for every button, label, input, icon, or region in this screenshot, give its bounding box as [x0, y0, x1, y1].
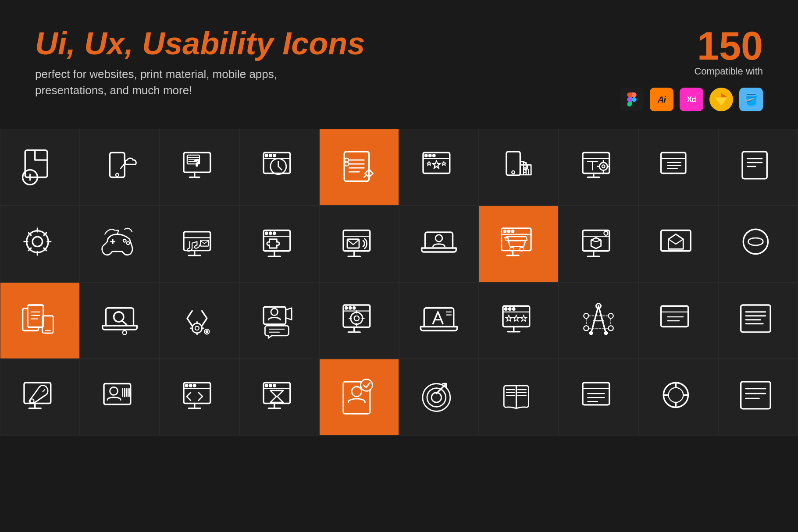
- icon-cell-r1c6: [399, 129, 479, 206]
- icon-cell-r2c6: [399, 206, 479, 282]
- sketch-icon: [709, 88, 733, 111]
- icon-cell-r2c1: [0, 206, 80, 282]
- icon-cell-r2c3: [160, 206, 239, 282]
- icon-cell-r1c4: [239, 129, 319, 206]
- svg-point-191: [110, 387, 118, 395]
- svg-point-49: [602, 165, 605, 168]
- figma-icon: [620, 88, 644, 111]
- svg-rect-40: [506, 152, 520, 175]
- icon-cell-r4c4: [239, 359, 319, 436]
- icon-cell-r3c3: [160, 282, 239, 359]
- icon-cell-r1c3: ?: [160, 129, 239, 206]
- svg-point-85: [269, 232, 272, 234]
- svg-rect-59: [742, 152, 767, 179]
- svg-point-75: [123, 239, 126, 242]
- svg-point-131: [206, 330, 208, 333]
- svg-point-84: [265, 232, 268, 234]
- svg-point-86: [273, 232, 276, 234]
- svg-point-171: [609, 326, 613, 330]
- compat-label: Compatible with: [694, 66, 763, 77]
- svg-point-167: [605, 331, 608, 334]
- icon-cell-r4c6: [399, 359, 479, 436]
- svg-marker-160: [513, 315, 520, 321]
- icon-cell-r2c2: [80, 206, 160, 282]
- svg-point-144: [354, 316, 359, 320]
- icon-cell-r4c7: [479, 359, 559, 436]
- svg-point-207: [269, 384, 272, 387]
- svg-point-41: [512, 170, 515, 174]
- icon-cell-r1c8: [559, 129, 638, 206]
- svg-point-200: [189, 384, 192, 387]
- icon-cell-r1c2: [80, 129, 160, 206]
- icon-cell-r4c5: [319, 359, 399, 436]
- subtitle: perfect for websites, print material, mo…: [35, 66, 365, 98]
- svg-point-18: [265, 154, 268, 157]
- svg-point-125: [195, 326, 199, 330]
- icon-cell-r1c1: [0, 129, 80, 206]
- icon-cell-r4c9: [638, 359, 718, 436]
- page-header: Ui, Ux, Usability Icons perfect for webs…: [0, 0, 798, 129]
- svg-point-7: [116, 173, 119, 176]
- svg-point-97: [504, 230, 506, 232]
- icon-cell-r3c6: [399, 282, 479, 359]
- svg-marker-39: [442, 161, 446, 165]
- svg-point-199: [185, 384, 188, 387]
- icon-cell-r2c4: [239, 206, 319, 282]
- svg-point-206: [265, 384, 268, 387]
- title-section: Ui, Ux, Usability Icons perfect for webs…: [35, 26, 365, 98]
- icon-cell-r1c10: [718, 129, 798, 206]
- svg-point-139: [349, 306, 352, 309]
- svg-rect-81: [200, 240, 208, 246]
- svg-point-208: [273, 384, 276, 387]
- svg-point-34: [425, 154, 428, 157]
- svg-point-212: [352, 387, 362, 397]
- xd-icon: Xd: [680, 88, 703, 111]
- illustrator-icon: Ai: [650, 88, 673, 111]
- svg-marker-159: [506, 315, 513, 321]
- icon-cell-r3c8: [559, 282, 638, 359]
- icon-cell-r2c9: [638, 206, 718, 282]
- svg-point-98: [508, 230, 510, 232]
- svg-line-31: [364, 174, 367, 177]
- svg-rect-237: [741, 382, 771, 409]
- svg-point-201: [193, 384, 196, 387]
- svg-point-170: [584, 326, 588, 330]
- svg-point-166: [590, 331, 593, 334]
- svg-point-154: [505, 308, 507, 310]
- icon-cell-r3c10: [718, 282, 798, 359]
- svg-point-155: [509, 308, 511, 310]
- svg-line-163: [598, 306, 606, 333]
- icon-cell-r2c7: [479, 206, 559, 282]
- icon-cell-r2c10: [718, 206, 798, 282]
- main-title: Ui, Ux, Usability Icons: [35, 26, 365, 61]
- svg-line-122: [122, 321, 127, 325]
- svg-point-99: [512, 230, 514, 232]
- icon-cell-r1c7: [479, 129, 559, 206]
- svg-point-232: [669, 387, 684, 402]
- svg-point-94: [435, 234, 442, 241]
- svg-point-143: [351, 312, 363, 324]
- svg-point-123: [123, 330, 127, 334]
- icon-cell-r4c10: [718, 359, 798, 436]
- svg-point-48: [599, 162, 607, 170]
- icons-grid: ?: [0, 129, 798, 436]
- svg-point-138: [345, 306, 348, 309]
- compat-number: 150: [697, 26, 763, 66]
- svg-point-110: [604, 231, 608, 235]
- svg-rect-114: [28, 305, 43, 327]
- svg-point-140: [353, 306, 356, 309]
- icon-cell-r4c1: [0, 359, 80, 436]
- svg-rect-180: [741, 305, 771, 332]
- icon-cell-r1c5: [319, 129, 399, 206]
- svg-marker-38: [427, 161, 431, 165]
- svg-point-168: [584, 313, 588, 318]
- icon-cell-r4c3: [160, 359, 239, 436]
- svg-marker-161: [520, 315, 527, 321]
- icon-cell-r3c9: [638, 282, 718, 359]
- compat-icons: Ai Xd 🪣: [620, 88, 763, 111]
- svg-marker-37: [432, 160, 440, 168]
- svg-point-35: [429, 154, 431, 157]
- compat-section: 150 Compatible with Ai Xd: [620, 26, 763, 111]
- svg-point-64: [32, 237, 43, 247]
- svg-rect-111: [661, 230, 691, 251]
